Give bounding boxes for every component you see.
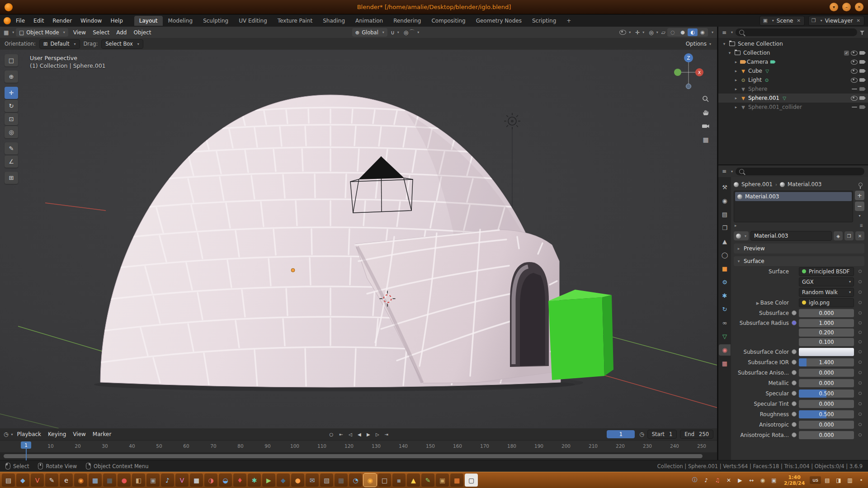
disable-in-renders-toggle[interactable] [859, 105, 864, 109]
unlink-material-button[interactable]: ✕ [855, 231, 864, 240]
disclosure-icon[interactable]: ▸ [734, 105, 738, 109]
vector-socket-icon[interactable] [792, 320, 797, 325]
shading-dropdown-icon[interactable]: ▾ [712, 30, 713, 34]
tray-close-icon[interactable]: ✕ [724, 475, 734, 485]
subsurface-ior-slider[interactable]: 1.400 [799, 358, 854, 366]
hide-in-viewport-toggle[interactable] [851, 69, 858, 74]
tab-constraints[interactable]: ∞ [719, 317, 731, 328]
input-socket-icon[interactable] [792, 360, 797, 365]
pin-icon[interactable] [859, 183, 863, 187]
properties-search-input[interactable] [736, 168, 864, 175]
animate-decorator-icon[interactable] [859, 423, 862, 426]
workspace-tab-animation[interactable]: Animation [350, 16, 388, 26]
orientation-setting-dropdown[interactable]: ⊞ Default▾ [39, 39, 80, 49]
animate-decorator-icon[interactable] [859, 291, 862, 294]
anisotropic-rotation-slider[interactable]: 0.000 [799, 431, 854, 439]
jump-to-end-button[interactable]: ⇥ [382, 430, 391, 438]
base-color-field[interactable]: iglo.png [799, 298, 854, 307]
workspace-tab-texture-paint[interactable]: Texture Paint [273, 16, 317, 26]
taskbar-app-18[interactable]: ✱ [248, 474, 261, 487]
tray-media-icon[interactable]: ♪ [701, 475, 711, 485]
animate-decorator-icon[interactable] [859, 371, 862, 374]
subsurface-color-swatch[interactable] [799, 348, 854, 356]
tab-material[interactable]: ◉ [719, 344, 731, 356]
workspace-tab-geometry-nodes[interactable]: Geometry Nodes [471, 16, 527, 26]
taskbar-app-15[interactable]: ◑ [204, 474, 217, 487]
outliner-editor-icon[interactable]: ≡ [722, 29, 726, 36]
window-close-button[interactable]: ✕ [855, 3, 863, 11]
distribution-dropdown[interactable]: GGX▾ [799, 277, 854, 286]
input-socket-icon[interactable] [792, 370, 797, 375]
use-preview-range-icon[interactable]: ◷ [639, 431, 644, 437]
tool-move[interactable]: ✛ [5, 87, 18, 99]
taskbar-app-25[interactable]: ◔ [349, 474, 362, 487]
hide-in-viewport-toggle[interactable] [851, 51, 858, 56]
tab-particles[interactable]: ✱ [719, 290, 731, 301]
tab-world[interactable]: ◯ [719, 249, 731, 261]
workspace-tab-rendering[interactable]: Rendering [388, 16, 426, 26]
grip-icon[interactable]: ≣ [859, 223, 863, 228]
taskbar-app-16[interactable]: ◒ [219, 474, 232, 487]
taskbar-app-12[interactable]: ♪ [161, 474, 174, 487]
menu-file[interactable]: File [12, 16, 29, 25]
browse-material-button[interactable]: ▾ [734, 231, 749, 240]
roughness-slider[interactable]: 0.500 [799, 410, 854, 418]
animate-decorator-icon[interactable] [859, 321, 862, 324]
outliner-row-camera[interactable]: ▸ Camera [718, 57, 868, 66]
taskbar-app-3[interactable]: V [31, 474, 44, 487]
preview-panel-header[interactable]: ▸Preview [734, 244, 864, 253]
taskbar-app-14[interactable]: ■ [190, 474, 203, 487]
metallic-slider[interactable]: 0.000 [799, 379, 854, 387]
current-frame-field[interactable]: 1 [607, 430, 635, 438]
view-layer-unlink-icon[interactable]: ✕ [856, 18, 861, 23]
tab-texture[interactable]: ▦ [719, 358, 731, 369]
tray-info-icon[interactable]: ⓘ [690, 475, 700, 485]
outliner-row-sphere[interactable]: ▸ ▼ Sphere [718, 84, 868, 94]
animate-decorator-icon[interactable] [859, 340, 862, 343]
taskbar-app-9[interactable]: ● [118, 474, 131, 487]
subsurface-radius-y-field[interactable]: 0.200 [799, 328, 854, 337]
pan-hand-button[interactable] [701, 108, 711, 117]
tray-display-icon[interactable]: ▣ [769, 475, 779, 485]
workspace-tab-modeling[interactable]: Modeling [163, 16, 198, 26]
specular-slider[interactable]: 0.500 [799, 389, 854, 398]
menu-window[interactable]: Window [76, 16, 106, 25]
input-socket-icon[interactable] [792, 380, 797, 385]
input-socket-icon[interactable] [792, 401, 797, 406]
timeline-editor-icon[interactable]: ◷ [4, 431, 8, 437]
disable-in-renders-toggle[interactable] [859, 96, 864, 100]
3d-viewport[interactable]: User Perspective (1) Collection | Sphere… [0, 50, 717, 428]
subsurface-slider[interactable]: 0.000 [799, 309, 854, 317]
tool-rotate[interactable]: ↻ [5, 100, 18, 112]
shading-wireframe-button[interactable]: ◌ [668, 28, 678, 36]
shading-solid-button[interactable]: ● [678, 28, 688, 36]
menu-render[interactable]: Render [48, 16, 76, 25]
tray-camera-icon[interactable]: ◉ [758, 475, 768, 485]
outliner-row-sphere001-collider[interactable]: ▸ ▼ Sphere.001_collider [718, 103, 868, 112]
taskbar-app-23[interactable]: ▧ [320, 474, 333, 487]
input-socket-icon[interactable] [792, 391, 797, 396]
viewport-menu-add[interactable]: Add [113, 28, 130, 37]
menu-edit[interactable]: Edit [29, 16, 48, 25]
animate-decorator-icon[interactable] [859, 402, 862, 405]
input-socket-icon[interactable] [792, 412, 797, 417]
tool-annotate[interactable]: ✎ [5, 142, 18, 155]
next-keyframe-button[interactable]: ▷ [373, 430, 382, 438]
material-slot-row[interactable]: Material.003 [735, 192, 852, 201]
filter-icon[interactable] [860, 30, 864, 35]
taskbar-app-22[interactable]: ✉ [306, 474, 319, 487]
timeline-menu-keying[interactable]: Keying [45, 430, 69, 439]
expand-icon[interactable]: ▸ [735, 223, 737, 228]
tray-notifications-icon[interactable]: • [856, 475, 866, 485]
hide-in-viewport-toggle[interactable] [851, 96, 858, 101]
workspace-tab-shading[interactable]: Shading [318, 16, 350, 26]
taskbar-app-32[interactable]: ▦ [450, 474, 463, 487]
taskbar-app-4[interactable]: ✎ [45, 474, 58, 487]
surface-panel-header[interactable]: ▾Surface [734, 256, 864, 266]
play-reverse-button[interactable]: ◀ [355, 430, 364, 438]
tab-tool[interactable]: ⚒ [719, 182, 731, 193]
window-shade-button[interactable]: ▾ [830, 3, 838, 11]
orthographic-grid-button[interactable]: ▦ [701, 135, 711, 145]
animate-decorator-icon[interactable] [859, 381, 862, 385]
disclosure-icon[interactable]: ▸ [734, 87, 738, 91]
